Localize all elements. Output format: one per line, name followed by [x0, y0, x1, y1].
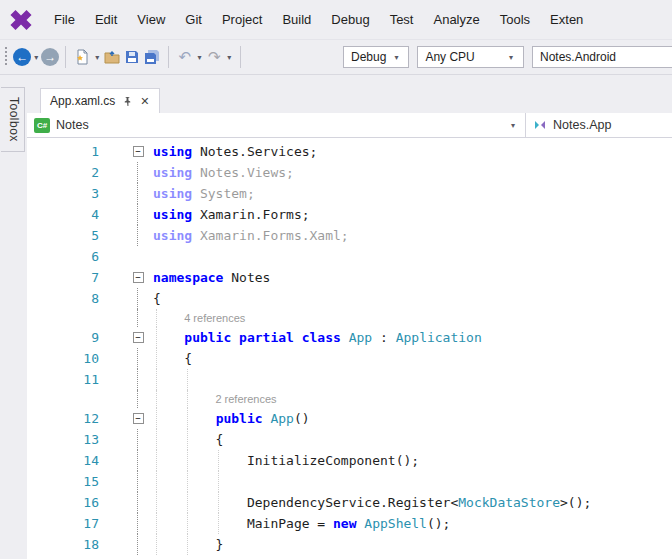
new-file-icon: [74, 49, 90, 65]
fold-margin: [129, 288, 147, 309]
menu-item-exten[interactable]: Exten: [540, 0, 593, 39]
breakpoint-margin[interactable]: [99, 369, 129, 390]
code-content[interactable]: [147, 246, 672, 267]
new-file-button[interactable]: [74, 47, 90, 67]
breakpoint-margin[interactable]: [99, 450, 129, 471]
document-well-spacer: [27, 75, 672, 87]
breakpoint-margin[interactable]: [99, 246, 129, 267]
fold-margin: [129, 162, 147, 183]
code-line: 9− public partial class App : Applicatio…: [27, 327, 672, 348]
redo-icon: ↷: [208, 48, 221, 66]
navigate-forward-button[interactable]: →: [41, 48, 59, 66]
code-content[interactable]: [147, 369, 672, 390]
breakpoint-margin[interactable]: [99, 288, 129, 309]
breakpoint-margin[interactable]: [99, 204, 129, 225]
codelens-text[interactable]: 2 references: [147, 390, 672, 408]
fold-collapse-button[interactable]: −: [129, 141, 147, 162]
redo-dropdown-caret-icon[interactable]: ▾: [227, 53, 231, 62]
menu-item-analyze[interactable]: Analyze: [423, 0, 489, 39]
code-content[interactable]: InitializeComponent();: [147, 450, 672, 471]
code-content[interactable]: using Xamarin.Forms.Xaml;: [147, 225, 672, 246]
toolbar-separator: [65, 46, 66, 68]
code-line: 11: [27, 369, 672, 390]
navigate-back-button[interactable]: ←: [13, 48, 31, 66]
fold-collapse-button[interactable]: −: [129, 327, 147, 348]
fold-margin: [129, 492, 147, 513]
breakpoint-margin[interactable]: [99, 267, 129, 288]
codelens-text[interactable]: 4 references: [147, 309, 672, 327]
breakpoint-margin[interactable]: [99, 471, 129, 492]
menu-item-git[interactable]: Git: [175, 0, 212, 39]
toolbar-separator: [240, 46, 241, 68]
document-tab-title: App.xaml.cs: [50, 94, 115, 108]
menu-item-edit[interactable]: Edit: [85, 0, 127, 39]
code-area: 1−using Notes.Services;2using Notes.View…: [27, 141, 672, 555]
code-content[interactable]: {: [147, 429, 672, 450]
breakpoint-margin[interactable]: [99, 408, 129, 429]
fold-collapse-button[interactable]: −: [129, 408, 147, 429]
undo-dropdown-caret-icon[interactable]: ▾: [198, 53, 202, 62]
solution-configuration-dropdown[interactable]: Debug ▾: [343, 46, 409, 68]
new-file-dropdown-caret-icon[interactable]: ▾: [95, 53, 99, 62]
menu-item-debug[interactable]: Debug: [321, 0, 379, 39]
code-content[interactable]: {: [147, 348, 672, 369]
breakpoint-margin[interactable]: [99, 348, 129, 369]
fold-margin: [129, 309, 147, 327]
breakpoint-margin[interactable]: [99, 390, 129, 408]
breakpoint-margin[interactable]: [99, 513, 129, 534]
toolbar: ← ▾ → ▾: [0, 40, 672, 75]
menu-item-project[interactable]: Project: [212, 0, 272, 39]
menu-item-build[interactable]: Build: [272, 0, 321, 39]
toolbar-drag-grip[interactable]: [5, 47, 7, 67]
toolbox-tab[interactable]: Toolbox: [1, 87, 25, 152]
breakpoint-margin[interactable]: [99, 327, 129, 348]
breakpoint-margin[interactable]: [99, 534, 129, 555]
save-button[interactable]: [124, 47, 140, 67]
breadcrumb-bar: C# Notes ▾ Notes.App: [27, 113, 672, 138]
code-content[interactable]: public partial class App : Application: [147, 327, 672, 348]
menu-item-file[interactable]: File: [44, 0, 85, 39]
save-all-button[interactable]: [144, 47, 160, 67]
line-number: 7: [27, 267, 99, 288]
code-content[interactable]: [147, 471, 672, 492]
codelens-line: 4 references: [27, 309, 672, 327]
redo-button[interactable]: ↷: [207, 47, 223, 67]
code-content[interactable]: using Notes.Services;: [147, 141, 672, 162]
close-icon[interactable]: ✕: [140, 95, 149, 108]
pin-icon[interactable]: [122, 96, 133, 107]
fold-margin: [129, 390, 147, 408]
fold-margin: [129, 450, 147, 471]
solution-platform-dropdown[interactable]: Any CPU ▾: [417, 46, 524, 68]
code-content[interactable]: DependencyService.Register<MockDataStore…: [147, 492, 672, 513]
code-content[interactable]: MainPage = new AppShell();: [147, 513, 672, 534]
breakpoint-margin[interactable]: [99, 492, 129, 513]
breakpoint-margin[interactable]: [99, 141, 129, 162]
breakpoint-margin[interactable]: [99, 225, 129, 246]
code-content[interactable]: using Xamarin.Forms;: [147, 204, 672, 225]
breakpoint-margin[interactable]: [99, 309, 129, 327]
breakpoint-margin[interactable]: [99, 429, 129, 450]
code-content[interactable]: using System;: [147, 183, 672, 204]
menu-item-view[interactable]: View: [127, 0, 175, 39]
line-number: 2: [27, 162, 99, 183]
type-dropdown[interactable]: Notes.App: [526, 113, 672, 137]
document-tab-app-xaml-cs[interactable]: App.xaml.cs ✕: [40, 88, 160, 113]
code-content[interactable]: public App(): [147, 408, 672, 429]
breakpoint-margin[interactable]: [99, 183, 129, 204]
line-number: 15: [27, 471, 99, 492]
codelens-line: 2 references: [27, 390, 672, 408]
breakpoint-margin[interactable]: [99, 162, 129, 183]
code-content[interactable]: }: [147, 534, 672, 555]
startup-project-dropdown[interactable]: Notes.Android: [532, 46, 672, 68]
project-dropdown[interactable]: C# Notes ▾: [27, 113, 525, 137]
menu-item-test[interactable]: Test: [380, 0, 424, 39]
code-content[interactable]: namespace Notes: [147, 267, 672, 288]
open-file-button[interactable]: [104, 47, 120, 67]
undo-button[interactable]: ↶: [177, 47, 193, 67]
fold-collapse-button[interactable]: −: [129, 267, 147, 288]
code-editor[interactable]: 1−using Notes.Services;2using Notes.View…: [27, 138, 672, 559]
navigate-back-dropdown-caret-icon[interactable]: ▾: [34, 53, 38, 62]
code-content[interactable]: {: [147, 288, 672, 309]
code-content[interactable]: using Notes.Views;: [147, 162, 672, 183]
menu-item-tools[interactable]: Tools: [490, 0, 540, 39]
